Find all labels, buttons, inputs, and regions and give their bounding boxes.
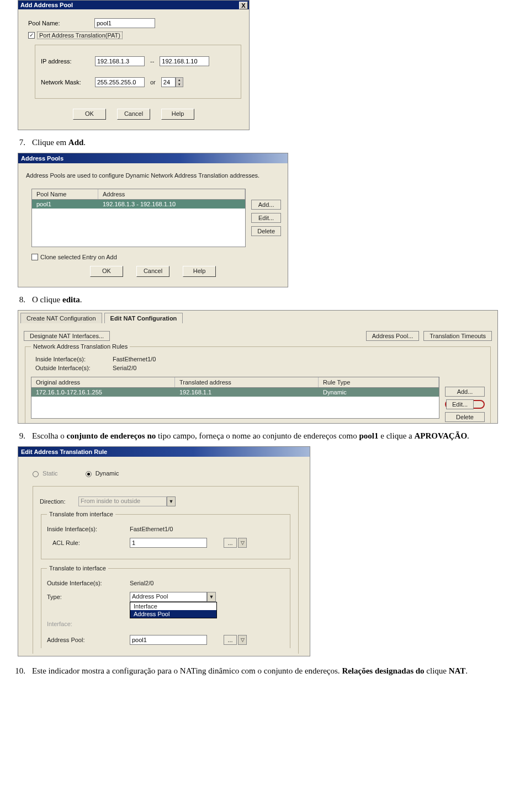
type-label: Type: xyxy=(47,594,130,600)
option-interface[interactable]: Interface xyxy=(130,602,216,610)
translation-timeouts-button[interactable]: Translation Timeouts xyxy=(423,331,492,341)
pat-label: Port Address Translation(PAT) xyxy=(37,31,123,39)
inside-value: FastEthernet1/0 xyxy=(113,356,156,362)
chevron-down-icon[interactable]: ▼ xyxy=(167,496,176,506)
dialog-title: Edit Address Translation Rule xyxy=(18,447,310,457)
edit-button-highlight: Edit... xyxy=(445,400,485,409)
acl-label: ACL Rule: xyxy=(52,539,130,546)
static-radio[interactable]: Static xyxy=(33,470,58,477)
bits-input[interactable] xyxy=(161,77,176,87)
col-orig: Original address xyxy=(31,377,175,387)
translate-from-title: Translate from interface xyxy=(47,511,115,517)
rules-group-title: Network Address Translation Rules xyxy=(31,343,130,350)
step-number: 10. xyxy=(11,666,25,676)
outside-label: Outside Interface(s): xyxy=(35,365,113,371)
step-number: 7. xyxy=(11,138,25,147)
col-address: Address xyxy=(98,189,245,199)
or-label: or xyxy=(150,79,156,86)
bits-spinner[interactable]: ▲▼ xyxy=(176,77,183,87)
cancel-button[interactable]: Cancel xyxy=(136,266,169,277)
chevron-down-icon[interactable]: ▼ xyxy=(207,592,216,602)
step-10: 10. Este indicador mostra a configuração… xyxy=(11,666,530,676)
edit-button[interactable]: Edit... xyxy=(446,399,474,409)
pool-name-label: Pool Name: xyxy=(28,20,94,26)
table-row[interactable]: 172.16.1.0-172.16.1.255 192.168.1.1 Dyna… xyxy=(31,388,439,397)
address-pools-dialog: Address Pools Address Pools are used to … xyxy=(18,153,288,287)
outside-label: Outside Interface(s): xyxy=(47,580,130,586)
col-name: Pool Name xyxy=(32,189,98,199)
interface-label: Interface: xyxy=(47,621,130,627)
translate-to-title: Translate to interface xyxy=(47,565,108,571)
pool-table-header: Pool Name Address xyxy=(31,189,246,200)
ip-to-input[interactable] xyxy=(160,56,209,66)
edit-translation-rule-dialog: Edit Address Translation Rule Static Dyn… xyxy=(18,446,310,656)
option-address-pool[interactable]: Address Pool xyxy=(130,610,216,618)
close-icon[interactable]: X xyxy=(239,2,248,9)
inside-label: Inside Interface(s): xyxy=(47,526,130,532)
radio-icon xyxy=(86,471,92,477)
tab-create[interactable]: Create NAT Configuration xyxy=(20,313,102,323)
outside-value: Serial2/0 xyxy=(113,365,136,371)
radio-icon xyxy=(33,471,39,477)
title-text: Add Address Pool xyxy=(20,2,73,8)
clone-label: Clone selected Entry on Add xyxy=(40,254,117,260)
direction-label: Direction: xyxy=(40,498,78,505)
ip-from-input[interactable] xyxy=(95,56,145,66)
ok-button[interactable]: OK xyxy=(90,266,123,277)
inside-value: FastEthernet1/0 xyxy=(130,526,173,532)
add-address-pool-dialog: Add Address Pool X Pool Name: ✓ Port Add… xyxy=(18,0,250,130)
intro-text: Address Pools are used to configure Dyna… xyxy=(18,163,288,181)
chevron-down-icon[interactable]: ▽ xyxy=(238,538,247,548)
address-pool-label: Address Pool: xyxy=(47,637,130,643)
mask-label: Network Mask: xyxy=(41,79,95,86)
type-dropdown-list[interactable]: Interface Address Pool xyxy=(130,602,217,618)
help-button[interactable]: Help xyxy=(161,109,194,120)
outside-value: Serial2/0 xyxy=(130,580,153,586)
col-tran: Translated address xyxy=(175,377,319,387)
edit-button[interactable]: Edit... xyxy=(251,213,281,223)
dialog-title: Address Pools xyxy=(18,153,288,163)
address-pool-button[interactable]: Address Pool... xyxy=(366,331,420,341)
ip-dash: -- xyxy=(150,58,154,65)
acl-input[interactable] xyxy=(130,538,207,548)
col-type: Rule Type xyxy=(319,377,439,387)
pat-checkbox[interactable]: ✓ xyxy=(28,32,35,39)
rules-table-body[interactable]: 172.16.1.0-172.16.1.255 192.168.1.1 Dyna… xyxy=(31,388,439,419)
step-number: 8. xyxy=(11,295,25,304)
mask-input[interactable] xyxy=(95,77,145,87)
direction-select[interactable]: From inside to outside xyxy=(78,496,167,506)
step-8: 8. O clique edita. xyxy=(11,295,530,304)
delete-button[interactable]: Delete xyxy=(445,412,485,422)
add-button[interactable]: Add... xyxy=(251,200,281,210)
designate-button[interactable]: Designate NAT Interfaces... xyxy=(24,331,110,341)
pool-browse-button[interactable]: ... xyxy=(224,635,237,645)
type-select[interactable]: Address Pool xyxy=(130,592,207,602)
help-button[interactable]: Help xyxy=(183,266,216,277)
rules-table-header: Original address Translated address Rule… xyxy=(31,377,439,388)
dynamic-radio[interactable]: Dynamic xyxy=(86,470,119,477)
step-9: 9. Escolha o conjunto de endereços no ti… xyxy=(11,431,530,441)
step-number: 9. xyxy=(11,431,25,441)
step-7: 7. Clique em Add. xyxy=(11,138,530,147)
pool-name-input[interactable] xyxy=(94,18,155,28)
dialog-title: Add Address Pool xyxy=(18,1,249,9)
address-pool-input[interactable] xyxy=(130,635,207,645)
tab-edit[interactable]: Edit NAT Configuration xyxy=(104,313,183,323)
ip-label: IP address: xyxy=(41,58,95,65)
ok-button[interactable]: OK xyxy=(73,109,106,120)
add-button[interactable]: Add... xyxy=(445,387,485,397)
pool-table-body[interactable]: pool1 192.168.1.3 - 192.168.1.10 xyxy=(31,200,246,247)
delete-button[interactable]: Delete xyxy=(251,226,281,236)
tabs: Create NAT Configuration Edit NAT Config… xyxy=(18,311,497,323)
table-row[interactable]: pool1 192.168.1.3 - 192.168.1.10 xyxy=(32,200,245,209)
clone-checkbox[interactable] xyxy=(31,254,38,260)
cancel-button[interactable]: Cancel xyxy=(117,109,150,120)
inside-label: Inside Interface(s): xyxy=(35,356,113,362)
edit-nat-config-panel: Create NAT Configuration Edit NAT Config… xyxy=(18,310,498,424)
acl-browse-button[interactable]: ... xyxy=(224,538,237,548)
chevron-down-icon[interactable]: ▽ xyxy=(238,635,247,645)
